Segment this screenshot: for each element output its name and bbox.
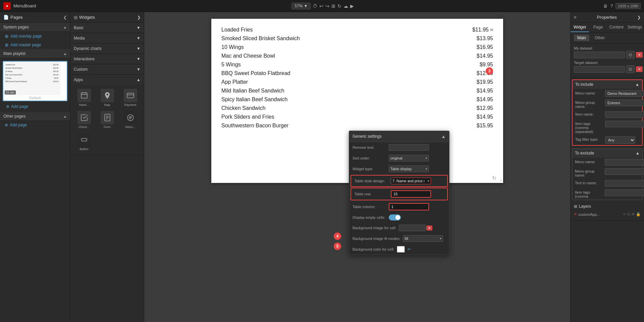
page-thumbnail[interactable]: Loaded Fries$11.95 Smoked Sliced Brisket…: [3, 61, 67, 101]
properties-icon: ≡: [574, 15, 577, 20]
rp-target-dataset-clear-btn[interactable]: ✕: [636, 66, 643, 72]
layer-x-icon: ✕: [574, 212, 577, 216]
gs-sort-order-select[interactable]: original alphabetical reverse: [389, 155, 429, 162]
rp-target-dataset-input[interactable]: [574, 66, 625, 73]
gs-table-row-input[interactable]: [391, 190, 431, 198]
rp-expand-icon[interactable]: ❯: [637, 15, 641, 20]
widget-menu[interactable]: Menu...: [119, 110, 141, 130]
category-custom-header[interactable]: Custom ▼: [70, 64, 144, 74]
subtab-other[interactable]: Other: [591, 35, 608, 41]
rp-excl-menu-group-field: Menu group name:: [572, 167, 642, 179]
table-row: App Platter $19.95: [221, 78, 493, 86]
category-interactions-header[interactable]: Interactions ▼: [70, 54, 144, 64]
gs-table-row-row: Table row:: [351, 188, 448, 200]
gs-bg-color-pencil-icon[interactable]: ✏: [408, 247, 411, 252]
zoom-control[interactable]: 57% ▼: [291, 3, 311, 9]
other-add-page-btn[interactable]: ⊕ Add page: [0, 121, 70, 129]
gs-widget-type-wrap: Table display Carousel Grid: [389, 166, 429, 172]
menu-table: Loaded Fries $11.95 ✉ Smoked Sliced Bris…: [211, 19, 503, 137]
layer-custom-app: ✕ customApp... ✏ ⊡ 👁 🔒: [574, 211, 641, 218]
category-apps-header[interactable]: Apps ▲: [70, 75, 144, 85]
gs-widget-type-row: Widget type: Table display Carousel Grid: [349, 164, 449, 174]
widget-map[interactable]: Map: [96, 87, 118, 108]
category-dynamic-chevron: ▼: [137, 46, 141, 51]
widgets-panel-toggle[interactable]: ❯: [137, 15, 141, 20]
add-page-btn[interactable]: ⊕ Add page: [1, 103, 69, 111]
redo-icon[interactable]: ↪: [325, 3, 329, 9]
tab-page[interactable]: Page: [589, 23, 607, 32]
rp-my-dataset-search-btn[interactable]: ⊙: [626, 51, 635, 59]
rp-menu-group-field: Menu group name:: [573, 98, 642, 110]
tab-content[interactable]: Content: [607, 23, 626, 32]
rp-my-dataset-clear-btn[interactable]: ✕: [636, 52, 643, 58]
table-row: Spicy Italian Beef Sandwich $14.95: [221, 95, 493, 104]
pages-panel-header: 📄 Pages ❮: [0, 12, 70, 23]
gs-display-empty-toggle[interactable]: [389, 214, 401, 220]
topbar-center: 57% ▼ ⏱ ↩ ↪ ⊞ ↻ ☁ ▶: [43, 3, 603, 9]
category-interactions-chevron: ▼: [137, 57, 141, 61]
system-pages-header[interactable]: System pages ▲: [0, 23, 70, 32]
play-icon[interactable]: ▶: [350, 3, 354, 9]
category-media-label: Media: [74, 36, 85, 41]
rp-header: ≡ Properties ❯: [571, 12, 644, 23]
gs-widget-type-select[interactable]: Table display Carousel Grid: [389, 166, 429, 172]
undo-icon[interactable]: ↩: [319, 3, 323, 9]
add-master-btn[interactable]: ⊕ Add master page: [0, 41, 70, 49]
rp-menu-group-input[interactable]: [605, 100, 644, 106]
other-pages-header[interactable]: Other pages ▲: [0, 112, 70, 121]
gs-bg-image-input[interactable]: [399, 224, 426, 231]
rp-excl-text-name-input[interactable]: [605, 180, 644, 187]
refresh-icon[interactable]: ↻: [337, 3, 341, 9]
layer-copy-icon[interactable]: ⊡: [627, 212, 630, 216]
layer-lock-icon[interactable]: 🔒: [636, 212, 641, 216]
gs-bg-fit-select[interactable]: fill contain cover: [403, 235, 443, 242]
thumb-time: 15 sec: [5, 90, 16, 94]
category-basic-label: Basic: [74, 25, 84, 30]
layer-visibility-icon[interactable]: 👁: [631, 212, 635, 216]
grid-icon[interactable]: ⊞: [331, 3, 335, 9]
help-icon[interactable]: ?: [610, 3, 613, 9]
rp-layers-header: ⊞ Layers: [574, 204, 641, 209]
tab-widget[interactable]: Widget: [571, 23, 589, 32]
widget-button[interactable]: Button: [73, 132, 95, 152]
rp-to-include-header[interactable]: To include ▲: [573, 80, 642, 89]
widget-meeting[interactable]: Meeti...: [73, 87, 95, 108]
rp-my-dataset-input[interactable]: [574, 52, 625, 58]
rp-excl-menu-name-input[interactable]: [605, 159, 644, 166]
gs-bg-color-controls: ✏: [397, 246, 411, 253]
rp-item-tags-input[interactable]: [605, 121, 644, 127]
widget-checkin[interactable]: Check...: [73, 110, 95, 130]
category-dynamic-header[interactable]: Dynamic charts ▼: [70, 44, 144, 54]
tab-settings[interactable]: Settings: [626, 23, 644, 32]
other-add-plus: ⊕: [5, 123, 8, 127]
form-icon: [101, 111, 114, 124]
gs-bg-image-clear[interactable]: ✕: [426, 226, 432, 231]
widget-payment[interactable]: Payment: [119, 87, 141, 108]
rp-target-dataset-search-btn[interactable]: ⊙: [626, 65, 635, 73]
gs-table-col-input[interactable]: [389, 203, 429, 210]
canvas-resize-handle[interactable]: ⤡: [500, 179, 502, 182]
widget-form[interactable]: Form: [96, 110, 118, 130]
add-overlay-btn[interactable]: ⊕ Add overlay page: [0, 32, 70, 41]
rp-excl-menu-group-input[interactable]: [605, 168, 644, 175]
layer-edit-icon[interactable]: ✏: [623, 212, 626, 216]
category-media-header[interactable]: Media ▼: [70, 33, 144, 43]
gs-remove-text-row: Remove text:: [349, 142, 449, 153]
rp-to-exclude-header[interactable]: To exclude ▲: [572, 149, 642, 157]
gs-close-btn[interactable]: ▲: [441, 134, 446, 139]
cloud-icon[interactable]: ☁: [343, 3, 348, 9]
rp-excl-item-tags-input[interactable]: [605, 189, 644, 196]
rp-tag-filter-select[interactable]: Any All None: [605, 136, 635, 144]
gs-bg-color-swatch[interactable]: [397, 246, 405, 253]
rp-menu-name-input[interactable]: [605, 90, 644, 97]
main-playlist-header[interactable]: Main playlist ▲: [0, 49, 70, 58]
monitor-icon[interactable]: 🖥: [603, 3, 608, 9]
history-icon[interactable]: ⏱: [313, 3, 317, 9]
category-basic-header[interactable]: Basic ▼: [70, 23, 144, 33]
subtab-main[interactable]: Main: [574, 35, 589, 41]
gs-table-style-select[interactable]: 7. Name and price i 1. Name only 2. Name…: [391, 178, 431, 184]
gs-remove-text-input[interactable]: [389, 144, 429, 151]
pages-panel-toggle[interactable]: ❮: [63, 15, 67, 20]
rp-tabs: Widget Page Content Settings: [571, 23, 644, 33]
rp-item-name-input[interactable]: [605, 111, 644, 118]
